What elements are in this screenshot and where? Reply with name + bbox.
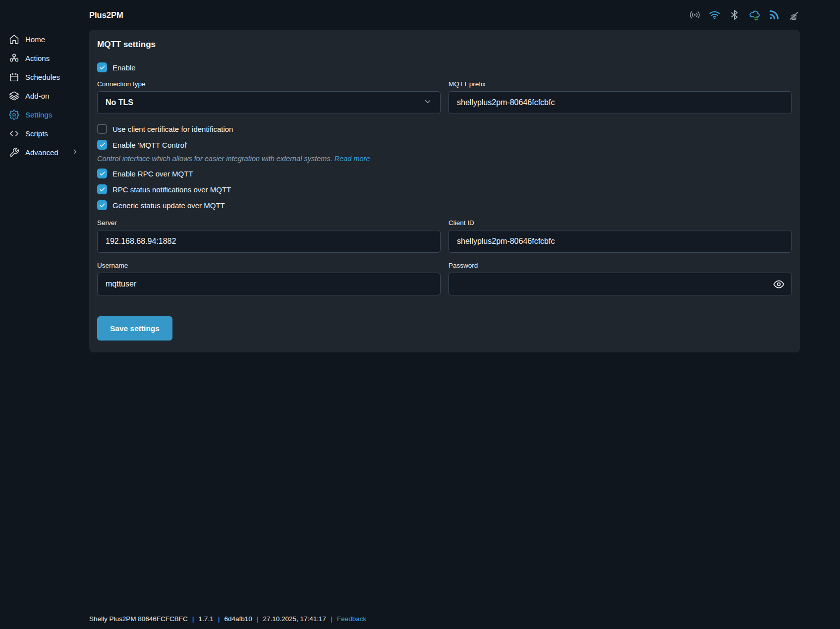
- save-settings-button[interactable]: Save settings: [97, 316, 172, 341]
- use-cert-checkbox[interactable]: [97, 124, 107, 134]
- client-id-input[interactable]: [449, 230, 791, 252]
- server-label: Server: [97, 219, 441, 227]
- sidebar-item-label: Actions: [25, 54, 50, 62]
- mqtt-control-note: Control interface which allows for easie…: [97, 155, 792, 163]
- server-input[interactable]: [98, 230, 440, 252]
- footer-separator: |: [257, 615, 259, 623]
- actions-icon: [9, 53, 19, 63]
- mqtt-icon: [768, 9, 780, 21]
- chevron-right-icon: [71, 148, 78, 157]
- enable-label: Enable: [112, 63, 136, 72]
- sidebar-item-label: Home: [25, 35, 45, 44]
- wrench-icon: [9, 147, 19, 158]
- check-icon: [99, 171, 106, 177]
- username-label: Username: [97, 262, 441, 269]
- generic-status-label: Generic status update over MQTT: [112, 201, 225, 210]
- feedback-link[interactable]: Feedback: [337, 615, 366, 623]
- footer-separator: |: [218, 615, 220, 623]
- check-icon: [99, 186, 106, 193]
- mqtt-control-checkbox[interactable]: [97, 140, 107, 150]
- sidebar-item-label: Settings: [25, 111, 52, 119]
- mqtt-prefix-label: MQTT prefix: [448, 80, 792, 88]
- footer-firmware-version: 1.7.1: [199, 615, 214, 623]
- gear-icon: [9, 110, 19, 120]
- home-icon: [9, 34, 19, 45]
- client-id-label: Client ID: [448, 219, 792, 227]
- footer-separator: |: [331, 615, 333, 623]
- footer-datetime: 27.10.2025, 17:41:17: [263, 615, 327, 623]
- username-field-group: Username: [97, 262, 441, 295]
- password-label: Password: [448, 262, 792, 269]
- connection-type-value: No TLS: [106, 98, 133, 107]
- check-icon: [99, 64, 106, 71]
- username-input[interactable]: [98, 273, 440, 295]
- rpc-over-mqtt-label: Enable RPC over MQTT: [112, 170, 193, 178]
- rpc-status-label: RPC status notifications over MQTT: [112, 185, 231, 194]
- password-field-group: Password: [448, 262, 792, 295]
- topbar: Plus2PM: [89, 0, 800, 30]
- mqtt-prefix-field-group: MQTT prefix: [448, 80, 792, 114]
- layers-icon: [9, 91, 19, 101]
- password-field-box: [448, 273, 792, 295]
- generic-status-checkbox[interactable]: [97, 200, 107, 210]
- sidebar-item-label: Add-on: [25, 92, 49, 100]
- password-input[interactable]: [449, 273, 791, 295]
- sidebar-item-addon[interactable]: Add-on: [0, 86, 82, 105]
- cloud-sync-icon: [748, 9, 760, 21]
- bluetooth-icon: [728, 9, 740, 21]
- footer-device-name: Shelly Plus2PM 80646FCFCBFC: [89, 615, 188, 623]
- client-id-field-box: [448, 230, 792, 253]
- rpc-status-checkbox[interactable]: [97, 184, 107, 194]
- footer-build-hash: 6d4afb10: [224, 615, 252, 623]
- sidebar-item-advanced[interactable]: Advanced: [0, 143, 82, 162]
- enable-checkbox[interactable]: [97, 62, 107, 72]
- enable-checkbox-row[interactable]: Enable: [97, 62, 792, 72]
- chevron-down-icon: [423, 97, 432, 108]
- main-content: Plus2PM MQTT settings: [82, 0, 840, 629]
- note-text: Control interface which allows for easie…: [97, 155, 333, 163]
- username-field-box: [97, 273, 441, 295]
- access-point-icon: [688, 9, 701, 21]
- eye-icon: [773, 279, 784, 290]
- panel-title: MQTT settings: [97, 40, 792, 50]
- wifi-icon: [708, 9, 721, 21]
- mqtt-settings-panel: MQTT settings Enable Connection type No …: [89, 30, 800, 352]
- mqtt-control-checkbox-row[interactable]: Enable 'MQTT Control': [97, 140, 792, 150]
- sidebar-item-label: Scripts: [25, 129, 48, 138]
- sidebar-item-schedules[interactable]: Schedules: [0, 67, 82, 86]
- footer: Shelly Plus2PM 80646FCFCBFC | 1.7.1 | 6d…: [89, 615, 800, 623]
- connection-type-label: Connection type: [97, 80, 441, 88]
- use-cert-checkbox-row[interactable]: Use client certificate for identificatio…: [97, 124, 792, 134]
- rpc-over-mqtt-checkbox[interactable]: [97, 169, 107, 178]
- read-more-link[interactable]: Read more: [335, 155, 370, 163]
- code-icon: [9, 128, 19, 139]
- status-icon-bar: [688, 9, 800, 21]
- sidebar-item-scripts[interactable]: Scripts: [0, 124, 82, 143]
- use-cert-label: Use client certificate for identificatio…: [112, 125, 233, 133]
- sidebar-item-home[interactable]: Home: [0, 30, 82, 49]
- footer-separator: |: [192, 615, 194, 623]
- sidebar-item-label: Advanced: [25, 148, 58, 157]
- sidebar: Home Actions Schedules Add-on Settings S…: [0, 0, 82, 629]
- sidebar-item-actions[interactable]: Actions: [0, 49, 82, 67]
- rpc-status-checkbox-row[interactable]: RPC status notifications over MQTT: [97, 184, 792, 194]
- client-id-field-group: Client ID: [448, 219, 792, 253]
- connection-type-select[interactable]: No TLS: [97, 91, 441, 114]
- mqtt-prefix-field-box: [448, 91, 792, 114]
- sidebar-item-settings[interactable]: Settings: [0, 105, 82, 124]
- rpc-over-mqtt-checkbox-row[interactable]: Enable RPC over MQTT: [97, 169, 792, 178]
- server-field-box: [97, 230, 441, 253]
- generic-status-checkbox-row[interactable]: Generic status update over MQTT: [97, 200, 792, 210]
- server-field-group: Server: [97, 219, 441, 253]
- sidebar-item-label: Schedules: [25, 73, 60, 81]
- check-icon: [99, 142, 106, 148]
- connection-type-field-group: Connection type No TLS: [97, 80, 441, 114]
- mqtt-prefix-input[interactable]: [449, 92, 791, 114]
- range-extender-off-icon: [787, 9, 800, 21]
- check-icon: [99, 202, 106, 209]
- calendar-icon: [9, 72, 19, 82]
- mqtt-control-label: Enable 'MQTT Control': [112, 141, 187, 149]
- show-password-button[interactable]: [772, 277, 785, 291]
- page-title: Plus2PM: [89, 10, 123, 20]
